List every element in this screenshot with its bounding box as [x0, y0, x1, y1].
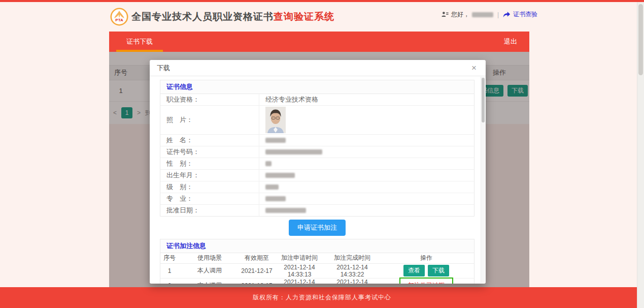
field-value-redacted	[259, 135, 474, 146]
field-label: 照 片：	[160, 106, 259, 134]
annotation-section-title: 证书加注信息	[160, 239, 474, 253]
cell-completed-at: 2021-12-14 14:33:22	[326, 278, 379, 284]
annotation-row: 2 本人调用 2021-12-15 2021-12-14 14:32:21 20…	[160, 278, 474, 284]
info-row-birth: 出生年月：	[160, 170, 474, 181]
certificate-photo	[265, 107, 286, 133]
browser-scrollbar[interactable]	[637, 2, 644, 308]
cell-valid-until: 2021-12-15	[241, 278, 273, 284]
cell-seq: 1	[160, 263, 179, 278]
copyright-text: 版权所有：人力资源和社会保障部人事考试中心	[253, 293, 391, 302]
info-row-photo: 照 片：	[160, 106, 474, 135]
col-valid-until: 有效期至	[241, 253, 273, 263]
info-row-name: 姓 名：	[160, 135, 474, 146]
download-dialog: 下载 × 证书信息 职业资格： 经济专业技术资格 照 片：	[150, 60, 486, 284]
tab-cert-download-label: 证书下载	[126, 37, 153, 46]
col-scene: 使用场景	[179, 253, 241, 263]
header-user-area: 您好， | 证书查验	[442, 10, 537, 19]
cert-info-section: 证书信息 职业资格： 经济专业技术资格 照 片：	[160, 80, 474, 217]
field-label: 姓 名：	[160, 135, 259, 146]
pta-logo-icon: PTA	[110, 8, 128, 26]
field-label: 级 别：	[160, 181, 259, 193]
greeting-text: 您好，	[451, 10, 469, 19]
cell-scene: 本人调用	[179, 263, 241, 278]
dialog-title: 下载	[157, 64, 170, 73]
page-footer: 版权所有：人力资源和社会保障部人事考试中心	[0, 287, 644, 308]
field-label: 职业资格：	[160, 94, 259, 105]
close-icon[interactable]: ×	[471, 64, 477, 72]
cell-actions: 查看 下载	[379, 263, 474, 278]
field-label: 出生年月：	[160, 170, 259, 181]
expired-status-badge: 加注件已过期	[399, 278, 453, 284]
main-nav: 证书下载 退出	[109, 32, 529, 52]
field-value-redacted	[259, 181, 474, 193]
apply-row: 申请证书加注	[160, 220, 474, 236]
site-title-accent: 查询验证系统	[274, 10, 334, 23]
brand: PTA 全国专业技术人员职业资格证书查询验证系统	[110, 8, 334, 26]
cell-scene: 本人调用	[179, 278, 241, 284]
info-row-level: 级 别：	[160, 181, 474, 193]
col-completed-at: 加注完成时间	[326, 253, 379, 263]
field-value: 经济专业技术资格	[259, 94, 474, 105]
dialog-scrollbar[interactable]	[481, 77, 485, 283]
info-row-approval-date: 批准日期：	[160, 205, 474, 216]
cell-valid-until: 2021-12-17	[241, 263, 273, 278]
cell-completed-at: 2021-12-14 14:33:22	[326, 263, 379, 278]
user-name-redacted	[472, 12, 493, 17]
field-value-redacted	[259, 146, 474, 158]
cert-verify-link[interactable]: 证书查验	[513, 10, 537, 19]
field-value	[259, 106, 474, 134]
annotation-table: 序号 使用场景 有效期至 加注申请时间 加注完成时间 操作 1 本人调用 202…	[160, 253, 474, 284]
field-label: 专 业：	[160, 193, 259, 204]
field-label: 证件号码：	[160, 146, 259, 158]
cell-applied-at: 2021-12-14 14:32:21	[273, 278, 326, 284]
annotation-row: 1 本人调用 2021-12-17 2021-12-14 14:33:13 20…	[160, 263, 474, 278]
field-value-redacted	[259, 170, 474, 181]
info-row-major: 专 业：	[160, 193, 474, 205]
site-header: PTA 全国专业技术人员职业资格证书查询验证系统 您好， | 证书查验	[109, 2, 529, 32]
cert-info-section-title: 证书信息	[160, 80, 474, 94]
user-icon	[442, 11, 449, 18]
top-accent-bar	[0, 0, 644, 2]
info-row-gender: 性 别：	[160, 158, 474, 170]
logout-button[interactable]: 退出	[504, 37, 517, 46]
info-row-qualification: 职业资格： 经济专业技术资格	[160, 94, 474, 106]
col-applied-at: 加注申请时间	[273, 253, 326, 263]
dialog-body: 证书信息 职业资格： 经济专业技术资格 照 片：	[150, 77, 481, 284]
share-arrow-icon	[503, 11, 511, 18]
dialog-header: 下载 ×	[150, 60, 486, 76]
apply-annotation-button[interactable]: 申请证书加注	[289, 220, 346, 236]
dialog-scrollbar-thumb[interactable]	[482, 78, 485, 122]
view-button[interactable]: 查看	[403, 265, 425, 276]
tab-cert-download[interactable]: 证书下载	[116, 32, 163, 52]
field-label: 批准日期：	[160, 205, 259, 216]
field-label: 性 别：	[160, 158, 259, 169]
col-action: 操作	[379, 253, 474, 263]
info-row-id-number: 证件号码：	[160, 146, 474, 158]
download-button[interactable]: 下载	[428, 265, 449, 276]
annotation-header-row: 序号 使用场景 有效期至 加注申请时间 加注完成时间 操作	[160, 253, 474, 263]
header-divider: |	[497, 11, 499, 18]
field-value-redacted	[259, 193, 474, 204]
col-seq: 序号	[160, 253, 179, 263]
cell-status: 加注件已过期	[379, 278, 474, 284]
scrollbar-thumb[interactable]	[638, 4, 643, 75]
field-value-redacted	[259, 158, 474, 169]
annotation-section: 证书加注信息 序号 使用场景 有效期至 加注申请时间 加注完成时间 操作 1	[160, 239, 474, 284]
cell-applied-at: 2021-12-14 14:33:13	[273, 263, 326, 278]
svg-text:PTA: PTA	[115, 18, 123, 22]
cell-seq: 2	[160, 278, 179, 284]
site-title-main: 全国专业技术人员职业资格证书	[131, 10, 274, 23]
field-value-redacted	[259, 205, 474, 216]
